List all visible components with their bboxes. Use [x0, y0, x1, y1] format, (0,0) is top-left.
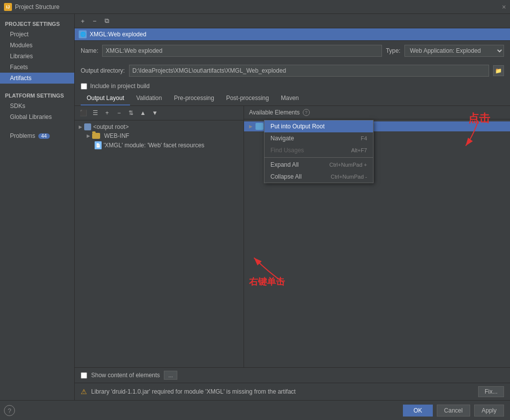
- tab-validation[interactable]: Validation: [130, 92, 168, 105]
- tree-item-facet-resources[interactable]: 📄 'XMGL' module: 'Web' facet resources: [91, 140, 244, 150]
- fix-button[interactable]: Fix...: [478, 386, 504, 397]
- expand-tree-btn[interactable]: ⬛: [78, 107, 89, 118]
- warning-text: Library 'druid-1.1.0.jar' required for m…: [91, 388, 474, 395]
- footer: OK Cancel Apply: [0, 400, 510, 420]
- cancel-button[interactable]: Cancel: [437, 405, 470, 417]
- webinf-folder-icon: [92, 133, 100, 139]
- browse-output-dir-btn[interactable]: 📁: [493, 65, 504, 76]
- tree-item-output-root[interactable]: ▶ <output root>: [75, 122, 244, 131]
- show-content-label: Show content of elements: [91, 372, 160, 379]
- include-in-build-row: Include in project build: [75, 81, 510, 92]
- context-menu-put-into-output-root[interactable]: Put into Output Root: [264, 120, 373, 132]
- name-input[interactable]: [102, 45, 382, 57]
- output-dir-input[interactable]: [129, 65, 489, 77]
- name-row: Name: Type: Web Application: Exploded: [75, 41, 510, 61]
- tab-post-processing[interactable]: Post-processing: [220, 92, 275, 105]
- output-dir-label: Output directory:: [81, 67, 125, 74]
- global-help-button[interactable]: ?: [4, 405, 15, 416]
- remove-artifact-btn[interactable]: −: [90, 16, 100, 26]
- window-title: Project Structure: [15, 3, 59, 10]
- sidebar-item-sdks[interactable]: SDKs: [0, 101, 74, 111]
- problems-badge: 44: [38, 133, 50, 139]
- add-artifact-btn[interactable]: +: [78, 16, 88, 26]
- available-elements-header: Available Elements ?: [244, 106, 510, 119]
- name-label: Name:: [81, 47, 98, 54]
- type-label: Type:: [386, 47, 400, 54]
- context-menu-find-usages: Find Usages Alt+F7: [264, 144, 373, 156]
- add-tree-btn[interactable]: +: [102, 107, 113, 118]
- type-select[interactable]: Web Application: Exploded: [404, 45, 504, 57]
- sidebar-item-problems[interactable]: Problems 44: [0, 130, 74, 141]
- sidebar-item-project[interactable]: Project: [0, 29, 74, 40]
- context-menu-navigate[interactable]: Navigate F4: [264, 132, 373, 144]
- context-menu-separator: [264, 157, 373, 158]
- tree-toolbar: ⬛ ☰ + − ⇅ ▲ ▼: [75, 106, 244, 120]
- artifact-item-label: XMGL:Web exploded: [90, 31, 146, 38]
- sidebar-item-modules[interactable]: Modules: [0, 40, 74, 51]
- copy-artifact-btn[interactable]: ⧉: [102, 16, 112, 26]
- context-menu: Put into Output Root Navigate F4 Find Us…: [264, 120, 374, 183]
- platform-settings-heading: PLATFORM SETTINGS: [0, 90, 74, 101]
- close-button[interactable]: ×: [502, 3, 506, 11]
- app-icon: IJ: [4, 3, 12, 11]
- tree-content: ▶ <output root> ▶ WEB-INF 📄 'XMGL' modul…: [75, 120, 244, 367]
- bottom-area: Show content of elements ...: [75, 367, 510, 383]
- artifact-toolbar: + − ⧉: [75, 14, 510, 28]
- sort-tree-btn[interactable]: ⇅: [126, 107, 136, 118]
- down-tree-btn[interactable]: ▼: [149, 107, 160, 118]
- ok-button[interactable]: OK: [403, 405, 432, 417]
- xmgl-module-icon: [255, 123, 263, 130]
- xmgl-expand-icon: ▶: [249, 124, 253, 129]
- artifact-list-item[interactable]: 🌐 XMGL:Web exploded: [75, 28, 510, 40]
- more-button[interactable]: ...: [164, 371, 177, 380]
- context-menu-expand-all[interactable]: Expand All Ctrl+NumPad +: [264, 159, 373, 171]
- expand-arrow-icon: ▶: [79, 124, 82, 129]
- show-content-checkbox[interactable]: [81, 372, 87, 379]
- help-icon[interactable]: ?: [303, 109, 310, 116]
- sidebar-item-global-libraries[interactable]: Global Libraries: [0, 111, 74, 122]
- sidebar-item-facets[interactable]: Facets: [0, 62, 74, 73]
- title-bar: IJ Project Structure ×: [0, 0, 510, 14]
- main-container: PROJECT SETTINGS Project Modules Librari…: [0, 14, 510, 400]
- tree-item-webinf[interactable]: ▶ WEB-INF: [83, 131, 244, 140]
- tree-panel: ⬛ ☰ + − ⇅ ▲ ▼ ▶ <output root>: [75, 106, 244, 367]
- sidebar: PROJECT SETTINGS Project Modules Librari…: [0, 14, 75, 400]
- tabs-bar: Output Layout Validation Pre-processing …: [75, 92, 510, 106]
- output-root-icon: [84, 123, 91, 130]
- output-dir-row: Output directory: 📁: [75, 61, 510, 81]
- facet-file-icon: 📄: [95, 141, 102, 149]
- sidebar-item-libraries[interactable]: Libraries: [0, 51, 74, 62]
- apply-button[interactable]: Apply: [474, 405, 504, 417]
- warning-icon: ⚠: [81, 388, 87, 396]
- webinf-arrow-icon: ▶: [87, 133, 90, 138]
- context-menu-collapse-all[interactable]: Collapse All Ctrl+NumPad -: [264, 171, 373, 183]
- tab-pre-processing[interactable]: Pre-processing: [168, 92, 220, 105]
- include-in-build-label: Include in project build: [90, 83, 149, 90]
- artifact-item-icon: 🌐: [79, 30, 87, 38]
- sidebar-item-artifacts[interactable]: Artifacts: [0, 73, 74, 84]
- up-tree-btn[interactable]: ▲: [137, 107, 148, 118]
- artifact-pane: ⬛ ☰ + − ⇅ ▲ ▼ ▶ <output root>: [75, 106, 510, 367]
- content-area: + − ⧉ 🌐 XMGL:Web exploded Name: Type: We…: [75, 14, 510, 400]
- include-in-build-checkbox[interactable]: [81, 83, 87, 90]
- tree-btn-2[interactable]: ☰: [90, 107, 101, 118]
- project-settings-heading: PROJECT SETTINGS: [0, 18, 74, 29]
- warning-bar: ⚠ Library 'druid-1.1.0.jar' required for…: [75, 383, 510, 400]
- remove-tree-btn[interactable]: −: [114, 107, 125, 118]
- tab-output-layout[interactable]: Output Layout: [81, 92, 130, 105]
- tab-maven[interactable]: Maven: [275, 92, 305, 105]
